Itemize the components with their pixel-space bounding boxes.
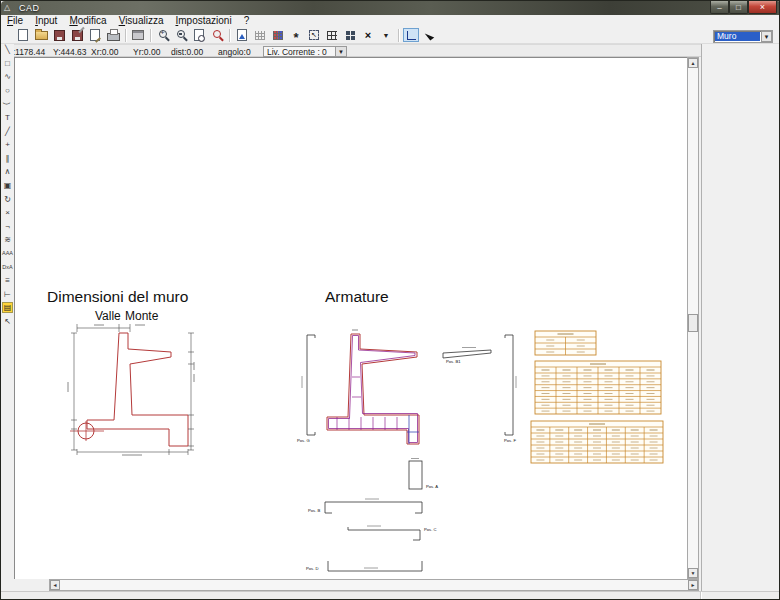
sheet-up-icon[interactable] (234, 28, 250, 42)
text-aaa-glyph: AAA (2, 250, 13, 256)
pointer-plus-glyph: ↖ (4, 317, 11, 326)
copy-icon[interactable]: ▣ (2, 180, 13, 191)
layer-combobox[interactable]: Muro ▼ (713, 30, 773, 43)
move-icon[interactable]: + (2, 139, 13, 150)
active-tool-icon[interactable]: ▤ (2, 302, 13, 313)
pointer-icon[interactable] (421, 28, 437, 42)
line-icon[interactable]: ╱ (2, 126, 13, 137)
label-pos-c: Pos. C (424, 527, 437, 532)
menu-item-file[interactable]: File (1, 15, 29, 27)
offset-icon[interactable]: ∥ (2, 153, 13, 164)
status-bar (1, 591, 780, 600)
print-icon[interactable] (105, 28, 121, 42)
label-pos-g: Pos. G (297, 438, 310, 443)
maximize-button[interactable]: □ (729, 1, 748, 14)
chevron-down-icon[interactable]: ▼ (335, 47, 346, 56)
sheet-edit-glyph (90, 29, 100, 41)
layers-glyph: ≡ (5, 276, 10, 285)
rebar-pos-c (348, 527, 420, 540)
text-icon[interactable]: T (2, 112, 13, 123)
dim-dxa-glyph: DxA (2, 264, 12, 270)
line-alt-icon[interactable]: ╲ (2, 44, 13, 55)
polyline-icon[interactable]: ∿ (2, 71, 13, 82)
move-glyph: + (5, 140, 10, 149)
coordinate-bar: Liv. Corrente : 0 ▼ X:1178.44Y:444.63Xr:… (1, 44, 701, 57)
snap-icon[interactable]: * (288, 28, 304, 42)
scroll-up-button[interactable]: ▲ (688, 58, 698, 68)
menu-item-modifica[interactable]: Modifica (63, 15, 112, 27)
copy-glyph: ▣ (4, 181, 12, 190)
level-combobox[interactable]: Liv. Corrente : 0 ▼ (263, 46, 347, 57)
menu-item-input[interactable]: Input (29, 15, 63, 27)
section-title-dimensions: Dimensioni del muro (47, 288, 188, 305)
layers-icon[interactable]: ≡ (2, 275, 13, 286)
dimension-icon[interactable]: ⊢ (2, 289, 13, 300)
archive-icon[interactable] (130, 28, 146, 42)
wall-rebar-drawing[interactable] (327, 330, 419, 444)
menu-item-visualizza[interactable]: Visualizza (113, 15, 170, 27)
mirror-icon[interactable]: ∧ (2, 166, 13, 177)
coord-field-3: Yr:0.00 (133, 47, 160, 57)
zoom-extents-icon[interactable] (209, 28, 225, 42)
rotate-icon[interactable]: ↻ (2, 194, 13, 205)
pointer-plus-icon[interactable]: ↖ (2, 316, 13, 327)
right-panel (701, 44, 780, 591)
new-icon[interactable] (15, 28, 31, 42)
drawing-canvas[interactable]: Dimensioni del muro Valle Monte Armature (14, 57, 687, 579)
save-as-icon[interactable] (69, 28, 85, 42)
minimize-button[interactable]: – (710, 1, 729, 14)
dim-dxa-icon[interactable]: DxA (2, 262, 13, 273)
coord-field-2: Xr:0.00 (91, 47, 118, 57)
label-monte: Monte (125, 309, 159, 323)
chevron-down-icon[interactable]: ▼ (761, 31, 772, 42)
delete-glyph: × (365, 29, 371, 41)
select-area-icon[interactable]: ↖ (306, 28, 322, 42)
grid-large-glyph (327, 31, 337, 40)
open-icon[interactable] (33, 28, 49, 42)
delete-icon[interactable]: × (360, 28, 376, 42)
status-pane-right (701, 592, 780, 600)
delete-icon[interactable]: × (2, 207, 13, 218)
grid-colored-icon[interactable] (270, 28, 286, 42)
coord-axes-icon[interactable] (403, 28, 419, 42)
vertical-scrollbar[interactable]: ▲ ▼ (687, 57, 699, 579)
scroll-left-button[interactable]: ◄ (50, 580, 60, 590)
toolbar-separator (150, 29, 151, 42)
sheet-edit-icon[interactable] (87, 28, 103, 42)
menu-item-impostazioni[interactable]: Impostazioni (169, 15, 237, 27)
rebar-pos-d (328, 561, 422, 571)
section-title-armature: Armature (325, 288, 389, 305)
zoom-sheet-icon[interactable] (191, 28, 207, 42)
toolbar-separator (229, 29, 230, 42)
zoom-in-icon[interactable] (155, 28, 171, 42)
save-icon[interactable] (51, 28, 67, 42)
toolbar-separator (398, 29, 399, 42)
blocks-icon[interactable] (342, 28, 358, 42)
wall-outline (87, 333, 188, 446)
vertical-scroll-thumb[interactable] (688, 314, 698, 332)
wall-section-drawing[interactable] (68, 324, 194, 455)
more-icon[interactable]: ▼ (378, 28, 394, 42)
menu-item-[interactable]: ? (238, 15, 256, 27)
circle-icon[interactable]: ○ (2, 85, 13, 96)
close-button[interactable]: × (748, 1, 777, 14)
hatch-icon[interactable]: ≋ (2, 234, 13, 245)
arc-glyph: ) (3, 103, 12, 106)
coord-field-1: Y:444.63 (53, 47, 87, 57)
scroll-right-button[interactable]: ► (688, 580, 698, 590)
scroll-down-button[interactable]: ▼ (688, 568, 698, 578)
grid-icon[interactable] (252, 28, 268, 42)
grid-large-icon[interactable] (324, 28, 340, 42)
sheet-up-glyph (237, 29, 247, 41)
zoom-dynamic-icon[interactable] (173, 28, 189, 42)
coord-axes-glyph (407, 31, 416, 40)
rectangle-icon[interactable]: □ (2, 58, 13, 69)
pointer-glyph (424, 30, 433, 40)
active-tool-glyph: ▤ (4, 303, 12, 312)
node-icon[interactable]: ¬ (2, 221, 13, 232)
text-aaa-icon[interactable]: AAA (2, 248, 13, 259)
horizontal-scrollbar[interactable]: ◄ ► (49, 579, 699, 591)
arc-icon[interactable]: ) (2, 98, 13, 109)
rebar-pieces[interactable] (307, 335, 513, 571)
rebar-dim-marks (302, 348, 516, 569)
